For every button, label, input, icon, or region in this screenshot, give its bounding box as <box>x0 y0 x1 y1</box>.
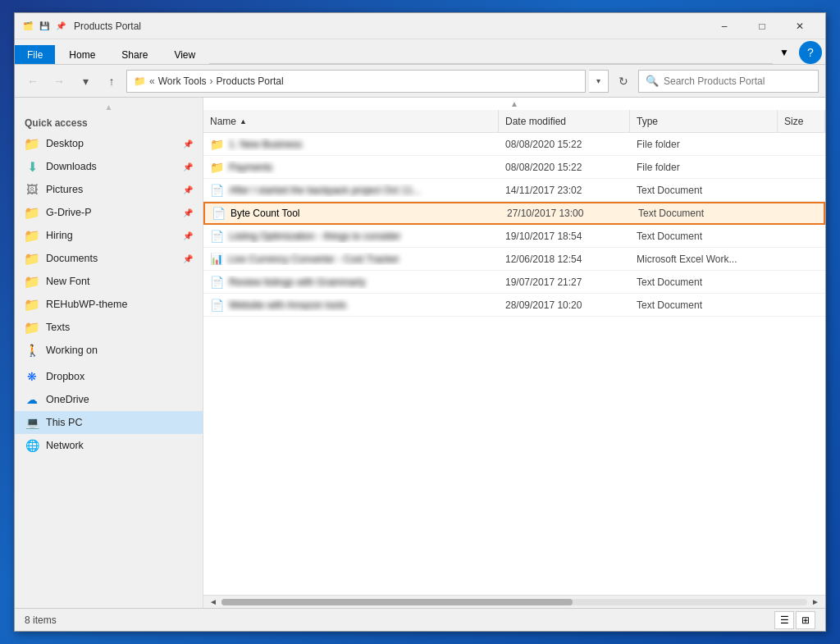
search-box[interactable]: 🔍 <box>638 70 819 93</box>
search-input[interactable] <box>664 75 811 87</box>
file-date-cell: 19/10/2017 18:54 <box>499 231 630 242</box>
sidebar-item-gdrive[interactable]: 📁 G-Drive-P 📌 <box>15 201 203 224</box>
sidebar-item-pictures[interactable]: 🖼 Pictures 📌 <box>15 178 203 201</box>
file-row[interactable]: 📁 1. New Business 08/08/2020 15:22 File … <box>203 133 825 156</box>
tab-view[interactable]: View <box>162 45 208 64</box>
sidebar-item-desktop[interactable]: 📁 Desktop 📌 <box>15 132 203 155</box>
pin-icon: 📌 <box>183 139 193 148</box>
tab-file[interactable]: File <box>15 45 55 64</box>
col-header-name[interactable]: Name ▲ <box>203 110 499 132</box>
file-name: 1. New Business <box>229 139 302 150</box>
sidebar-item-label: Hiring <box>46 230 73 241</box>
large-icons-view-button[interactable]: ⊞ <box>796 611 815 629</box>
help-button[interactable]: ? <box>799 41 822 64</box>
back-button[interactable]: ← <box>21 70 44 93</box>
sidebar-item-downloads[interactable]: ⬇ Downloads 📌 <box>15 155 203 178</box>
pin-icon: 📌 <box>183 208 193 217</box>
file-name: Live Currency Converter - Cost Tracker <box>228 253 399 265</box>
details-view-button[interactable]: ☰ <box>774 611 794 629</box>
sidebar-item-label: REHubWP-theme <box>46 299 127 310</box>
title-bar: 🗂️ 💾 📌 Products Portal – □ ✕ <box>15 13 825 39</box>
file-row[interactable]: 📄 Listing Optimization - things to consi… <box>203 225 825 248</box>
col-header-type[interactable]: Type <box>630 110 778 132</box>
address-path[interactable]: 📁 « Work Tools › Products Portal <box>126 70 586 93</box>
address-dropdown-button[interactable]: ▾ <box>589 70 609 93</box>
text-icon: 📄 <box>210 184 224 197</box>
file-type-cell: Text Document <box>630 231 778 242</box>
file-name: Website with Amazon tools <box>229 299 346 311</box>
file-row[interactable]: 📁 Payments 08/08/2020 15:22 File folder <box>203 156 825 179</box>
sidebar-item-label: OneDrive <box>46 394 89 405</box>
file-row[interactable]: 📄 After I started the backpack project O… <box>203 179 825 202</box>
sidebar-item-network[interactable]: 🌐 Network <box>15 434 203 457</box>
folder-icon: 📁 <box>25 274 39 289</box>
breadcrumb-folder-icon: 📁 <box>134 75 146 87</box>
tab-home[interactable]: Home <box>57 45 107 64</box>
sidebar-item-newfont[interactable]: 📁 New Font <box>15 270 203 293</box>
item-count: 8 items <box>25 614 57 626</box>
up-button[interactable]: ↑ <box>100 70 123 93</box>
ribbon-tabs: File Home Share View ▼ ? <box>15 39 825 64</box>
folder-icon: 📁 <box>210 161 224 174</box>
sidebar-item-rehubwp[interactable]: 📁 REHubWP-theme <box>15 293 203 316</box>
address-bar: ← → ▾ ↑ 📁 « Work Tools › Products Portal… <box>15 65 825 98</box>
refresh-button[interactable]: ↻ <box>612 70 635 93</box>
file-name: Payments <box>229 162 272 173</box>
forward-button[interactable]: → <box>48 70 71 93</box>
breadcrumb-worktools[interactable]: Work Tools <box>158 75 207 87</box>
explorer-window: 🗂️ 💾 📌 Products Portal – □ ✕ File Home S… <box>14 12 826 632</box>
maximize-button[interactable]: □ <box>743 13 781 39</box>
horizontal-scrollbar[interactable]: ◄ ► <box>203 595 825 608</box>
col-header-size[interactable]: Size <box>778 110 825 132</box>
file-type-cell: Microsoft Excel Work... <box>630 253 778 265</box>
file-type-cell: Text Document <box>632 208 779 219</box>
file-name-cell: 📊 Live Currency Converter - Cost Tracker <box>203 253 499 265</box>
expand-chevron: ▲ <box>15 101 203 112</box>
search-icon: 🔍 <box>646 75 659 87</box>
folder-icon: 📁 <box>25 251 39 266</box>
sidebar-item-documents[interactable]: 📁 Documents 📌 <box>15 247 203 270</box>
file-row-highlighted[interactable]: 📄 Byte Count Tool 27/10/2017 13:00 Text … <box>203 202 825 225</box>
sidebar-item-workingon[interactable]: 🚶 Working on <box>15 339 203 362</box>
col-header-date[interactable]: Date modified <box>499 110 630 132</box>
save-icon: 💾 <box>38 20 51 33</box>
pin-icon: 📌 <box>183 231 193 240</box>
close-button[interactable]: ✕ <box>781 13 819 39</box>
scroll-track[interactable] <box>221 599 807 605</box>
file-type-cell: File folder <box>630 162 778 173</box>
scroll-right-button[interactable]: ► <box>809 596 822 609</box>
file-row[interactable]: 📄 Review listings with Grammarly 19/07/2… <box>203 271 825 294</box>
tab-share[interactable]: Share <box>109 45 160 64</box>
file-name: After I started the backpack project Oct… <box>229 185 421 196</box>
quick-access-section: Quick access 📁 Desktop 📌 ⬇ Downloads 📌 🖼… <box>15 112 203 362</box>
pin-icon: 📌 <box>183 185 193 194</box>
file-list-header: Name ▲ Date modified Type Size <box>203 110 825 133</box>
scroll-left-button[interactable]: ◄ <box>207 596 220 609</box>
workingon-icon: 🚶 <box>25 343 39 358</box>
main-area: ▲ Quick access 📁 Desktop 📌 ⬇ Downloads 📌… <box>15 98 825 608</box>
ribbon-expand-button[interactable]: ▼ <box>773 41 796 64</box>
folder-icon: 📁 <box>25 228 39 243</box>
minimize-button[interactable]: – <box>705 13 743 39</box>
breadcrumb-current[interactable]: Products Portal <box>217 75 284 87</box>
file-date-cell: 27/10/2017 13:00 <box>500 208 632 219</box>
view-buttons: ☰ ⊞ <box>774 611 815 629</box>
sidebar-item-label: Texts <box>46 322 70 333</box>
file-type-cell: Text Document <box>630 276 778 288</box>
sidebar-item-label: Documents <box>46 253 98 264</box>
file-row[interactable]: 📄 Website with Amazon tools 28/09/2017 1… <box>203 294 825 317</box>
sidebar-item-hiring[interactable]: 📁 Hiring 📌 <box>15 224 203 247</box>
file-name-cell: 📁 1. New Business <box>203 138 499 151</box>
recent-locations-button[interactable]: ▾ <box>74 70 97 93</box>
file-row[interactable]: 📊 Live Currency Converter - Cost Tracker… <box>203 248 825 271</box>
sidebar-item-onedrive[interactable]: ☁ OneDrive <box>15 388 203 411</box>
file-name: Listing Optimization - things to conside… <box>229 231 400 242</box>
sidebar-item-label: Desktop <box>46 138 84 149</box>
folder-icon: 📁 <box>25 297 39 312</box>
sidebar-item-dropbox[interactable]: ❋ Dropbox <box>15 365 203 388</box>
folder-icon: 📁 <box>25 205 39 220</box>
text-icon: 📄 <box>212 207 226 220</box>
computer-icon: 💻 <box>25 415 39 430</box>
sidebar-item-thispc[interactable]: 💻 This PC <box>15 411 203 434</box>
sidebar-item-texts[interactable]: 📁 Texts <box>15 316 203 339</box>
